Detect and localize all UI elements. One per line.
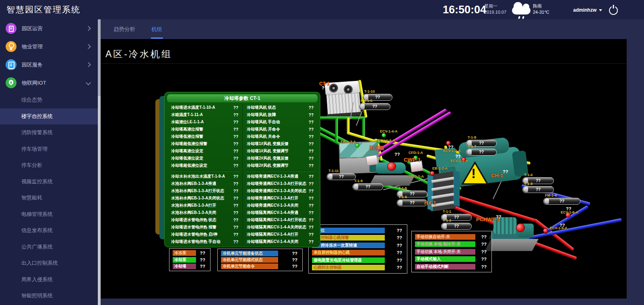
- status-row-value: ??: [200, 251, 205, 255]
- param-label: 冷却塔旁通阀ECV-1-3-A关闭: [247, 203, 298, 208]
- status-row-value: ??: [397, 228, 402, 233]
- divider: [245, 171, 315, 171]
- param-row: 冷却塔旁通阀ECV-1-3-A旁通??: [243, 173, 318, 180]
- param-row: 冷却塔2#风机 变频反馈??: [243, 155, 318, 162]
- param-row: 冷却塔旁通阀ECV-1-3-A关闭状态??: [243, 187, 318, 195]
- param-value: ??: [233, 135, 238, 139]
- gauge-pill: ??: [359, 103, 390, 110]
- chevron-right-icon: [86, 62, 91, 67]
- sidebar-item-信息发布系统[interactable]: 信息发布系统: [0, 222, 98, 239]
- sidebar-item-消防报警系统[interactable]: 消防报警系统: [0, 124, 98, 141]
- gauge-value: ??: [454, 215, 459, 220]
- param-row: 冷却塔进水管电伴热 启/停??: [167, 231, 242, 238]
- cooling-tower-param-panel: 冷却塔参数 CT-1 冷却塔进水温度T-1-10-A??水箱温度T-1-11-A…: [164, 92, 320, 247]
- param-row: 冷却塔高液位设定??: [167, 147, 242, 155]
- gauge-T-1-11: T-1-11??: [327, 173, 356, 180]
- status-row: 位??: [312, 228, 404, 233]
- gauge-label: T-1-8: [468, 135, 476, 139]
- param-value: ??: [309, 142, 314, 146]
- gauge-value: ??: [339, 174, 344, 179]
- value-mark: ??: [455, 154, 460, 159]
- status-row-label: 位: [312, 228, 385, 233]
- param-label: 冷却水补水池出水温度T-1-9-A: [171, 174, 225, 179]
- status-row-label: 冷机单元节能命令: [221, 264, 278, 269]
- sidebar-item-停车场管理[interactable]: 停车场管理: [0, 141, 98, 158]
- sidebar-group-园区运营[interactable]: 园区运营: [0, 19, 98, 37]
- tab-机组[interactable]: 机组: [151, 25, 163, 34]
- param-value: ??: [309, 149, 314, 154]
- status-row-label: 冷却塔: [173, 264, 196, 269]
- status-row-label: 心跳到主控制器: [312, 265, 385, 270]
- status-panel-1: 冷冻泵??冷却泵??冷却塔??: [169, 248, 211, 271]
- status-panel-2: 冷机单元节能准备状态??冷机单元节能模式状态??冷机单元节能命令??: [217, 249, 303, 271]
- status-row: 冷机单元节能准备状态??: [221, 251, 299, 256]
- status-row: 冷冻泵??: [173, 250, 207, 256]
- top-header: 智慧园区管理系统 16:50:04 星期一 2019.10.07 阵雨 24-3…: [0, 0, 644, 19]
- param-label: 冷却塔2#风机 变频调节: [247, 163, 289, 168]
- param-row: 冷却塔风机 开命令??: [243, 126, 318, 133]
- weekday: 星期一: [484, 3, 506, 9]
- sidebar-item-楼宇自控系统[interactable]: 楼宇自控系统: [0, 108, 98, 125]
- user-menu[interactable]: adminhzw: [573, 7, 602, 13]
- gauge-T-1-9: T-1-9??: [353, 183, 383, 190]
- param-label: 冷却塔低液位设定: [171, 156, 203, 161]
- status-row-label: 手动切换 本地-制冷开-关: [415, 241, 475, 247]
- param-row: 水池补水阀EB-1-3-A旁通??: [167, 180, 242, 187]
- sidebar-group-label: 园区运营: [22, 25, 81, 32]
- gauge-T-1-7: T-1-7??: [466, 149, 497, 156]
- param-label: 水池补水阀EB-1-3-A打开: [171, 203, 216, 208]
- sidebar-item-智能照明系统[interactable]: 智能照明系统: [0, 288, 98, 304]
- param-value: ??: [309, 164, 314, 168]
- param-value: ??: [233, 149, 238, 154]
- pump-red-indicator: [387, 162, 396, 171]
- sidebar-item-视频监控系统[interactable]: 视频监控系统: [0, 174, 98, 190]
- param-label: 冷却塔2#风机 变频反馈: [247, 156, 289, 161]
- device-label-EB-1-3-A: EB-1-3-A: [341, 140, 356, 144]
- param-label: 冷却塔低液位报警: [171, 134, 203, 139]
- param-value: ??: [309, 225, 314, 230]
- device-label-ECV-1-4-A: ECV-1-4-A: [380, 129, 398, 133]
- tab-趋势分析[interactable]: 趋势分析: [113, 25, 136, 34]
- gauge-label: T-1-5: [398, 195, 407, 199]
- device-label-CFD-1-A: CFD-1-A: [409, 151, 423, 155]
- gauge-value: ??: [365, 185, 370, 189]
- value-mark: ??: [322, 85, 327, 90]
- sidebar-group-园区服务[interactable]: 园区服务: [0, 56, 98, 74]
- param-row: 冷却塔进水管电伴热 手自动??: [167, 238, 242, 245]
- gauge-value: ??: [372, 104, 377, 109]
- value-mark: ??: [566, 206, 571, 211]
- sidebar-item-综合态势[interactable]: 综合态势: [0, 92, 98, 108]
- sidebar-item-出入口控制系统[interactable]: 出入口控制系统: [0, 255, 98, 272]
- sidebar-group-物联网IOT[interactable]: 物联网IOT: [0, 74, 98, 92]
- status-row-label: 冷却泵: [173, 257, 196, 263]
- sidebar-item-电梯管理系统[interactable]: 电梯管理系统: [0, 206, 98, 223]
- sidebar-item-周界入侵系统[interactable]: 周界入侵系统: [0, 272, 98, 288]
- gauge-FM-1-4: FM-1-4??: [543, 198, 580, 205]
- status-row: 心跳到主控制器??: [312, 265, 404, 270]
- status-row-label: 手动切换 本地-关闭开-关: [415, 249, 475, 255]
- param-value: ??: [233, 156, 238, 161]
- sidebar-item-公共广播系统[interactable]: 公共广播系统: [0, 239, 98, 255]
- param-row: 冷却塔低液位设定??: [167, 155, 242, 162]
- gauge-label: T-1-9: [354, 179, 363, 183]
- gauge-value: ??: [410, 192, 415, 196]
- param-label: 水池补水阀EB-1-3-A打开状态: [171, 188, 224, 194]
- date-block: 星期一 2019.10.07: [484, 3, 506, 15]
- gauge-label: T-1-10: [364, 89, 375, 93]
- sidebar-item-智慧能耗[interactable]: 智慧能耗: [0, 190, 98, 206]
- gauge-label: T-1-11: [328, 169, 339, 173]
- clock: 16:50:04: [443, 4, 486, 16]
- gauge-pill: ??: [466, 149, 497, 156]
- param-row: 水池补水阀EB-1-3-A关闭??: [167, 209, 242, 216]
- param-row: 水池补水阀EB-1-3-A打开状态??: [167, 187, 242, 195]
- pipe-green: [335, 118, 338, 142]
- sidebar-group-物业管理[interactable]: 物业管理: [0, 37, 98, 56]
- chevron-down-icon: [599, 9, 602, 11]
- power-icon[interactable]: [609, 6, 618, 15]
- scrollbar-thumb[interactable]: [98, 19, 101, 96]
- param-row: 冷却塔隔离阀ECV-1-4-A关闭??: [243, 238, 318, 245]
- param-row: 水池补水阀EB-1-3-A关闭状态??: [167, 195, 242, 202]
- sidebar-scrollbar[interactable]: [98, 19, 101, 305]
- param-label: 冷却塔进水管电伴热 报警: [171, 224, 217, 230]
- sidebar-item-停车分析[interactable]: 停车分析: [0, 157, 98, 174]
